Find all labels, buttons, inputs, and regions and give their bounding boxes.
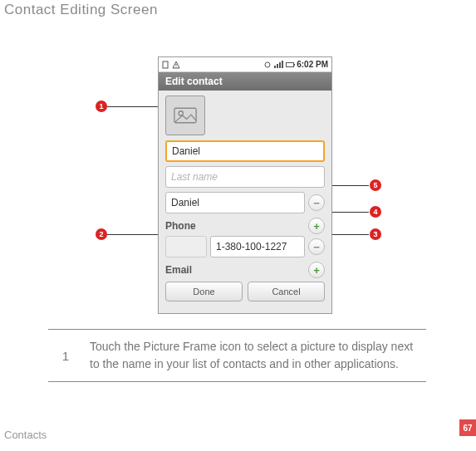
callout-badge-1: 1 — [96, 100, 107, 112]
svg-point-3 — [176, 66, 177, 67]
signal-icon — [274, 61, 283, 68]
description-number: 1 — [48, 330, 83, 381]
status-bar: 6:02 PM — [159, 57, 331, 72]
screen-title: Edit contact — [159, 72, 331, 91]
callout-badge-2: 2 — [96, 228, 107, 240]
status-time: 6:02 PM — [297, 60, 328, 69]
diagram-container: 1 2 5 4 3 6:02 PM Edit contact — [112, 56, 370, 322]
battery-icon — [286, 62, 294, 67]
callout-badge-3: 3 — [370, 228, 381, 240]
phone-screenshot: 6:02 PM Edit contact Daniel Last name Da… — [158, 56, 332, 314]
page-title: Contact Editing Screen — [4, 2, 158, 18]
remove-name-button[interactable]: − — [308, 194, 325, 211]
svg-rect-0 — [163, 61, 168, 68]
callout-line-2 — [107, 234, 164, 235]
add-phone-button[interactable]: + — [308, 218, 325, 234]
callout-badge-5: 5 — [370, 179, 381, 191]
remove-phone-button[interactable]: − — [308, 238, 325, 255]
warning-icon — [172, 61, 180, 69]
done-button[interactable]: Done — [165, 282, 243, 301]
nickname-field[interactable]: Daniel — [165, 192, 305, 213]
cancel-button[interactable]: Cancel — [248, 282, 325, 301]
phone-section-label: Phone — [165, 220, 196, 232]
add-email-button[interactable]: + — [308, 262, 325, 278]
sync-icon — [263, 61, 272, 69]
callout-line-1 — [107, 106, 165, 107]
description-table: 1 Touch the Picture Frame icon to select… — [48, 329, 426, 382]
phone-number-field[interactable]: 1-380-100-1227 — [210, 236, 305, 257]
page-number-badge: 67 — [459, 419, 476, 436]
callout-badge-4: 4 — [370, 206, 381, 218]
svg-point-5 — [179, 111, 183, 115]
last-name-field[interactable]: Last name — [165, 166, 325, 188]
phone-type-selector[interactable] — [165, 236, 207, 257]
description-text: Touch the Picture Frame icon to select a… — [83, 330, 426, 381]
svg-rect-4 — [174, 108, 196, 123]
email-section-label: Email — [165, 264, 192, 276]
sim-icon — [162, 61, 170, 69]
picture-frame[interactable] — [165, 96, 205, 135]
first-name-field[interactable]: Daniel — [165, 140, 325, 162]
photo-icon — [174, 107, 197, 124]
footer-chapter: Contacts — [4, 429, 47, 441]
